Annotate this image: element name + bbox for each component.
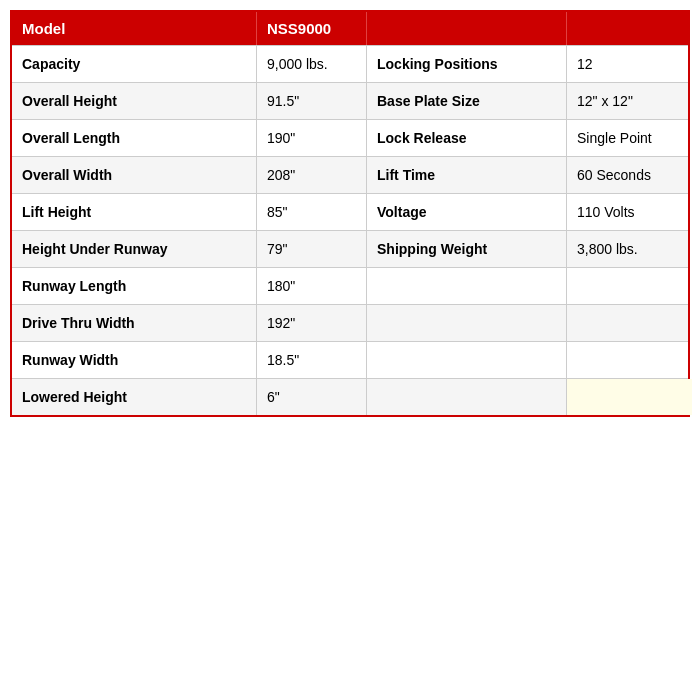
spec-value-right: 12" x 12" bbox=[567, 83, 692, 119]
table-row: Drive Thru Width192" bbox=[12, 304, 688, 341]
header-col1: Model bbox=[12, 12, 257, 45]
spec-label-left: Capacity bbox=[12, 46, 257, 82]
table-row: Runway Length180" bbox=[12, 267, 688, 304]
spec-label-left: Lift Height bbox=[12, 194, 257, 230]
spec-label-left: Overall Length bbox=[12, 120, 257, 156]
spec-value-right: 60 Seconds bbox=[567, 157, 692, 193]
spec-label-right: Shipping Weight bbox=[367, 231, 567, 267]
spec-label-left: Runway Width bbox=[12, 342, 257, 378]
spec-label-left: Runway Length bbox=[12, 268, 257, 304]
spec-label-right bbox=[367, 342, 567, 378]
spec-table: Model NSS9000 Capacity9,000 lbs.Locking … bbox=[10, 10, 690, 417]
table-row: Height Under Runway79"Shipping Weight3,8… bbox=[12, 230, 688, 267]
table-row: Runway Width18.5" bbox=[12, 341, 688, 378]
table-row: Capacity9,000 lbs.Locking Positions12 bbox=[12, 45, 688, 82]
spec-value-left: 18.5" bbox=[257, 342, 367, 378]
header-col3 bbox=[367, 12, 567, 45]
spec-label-right bbox=[367, 379, 567, 415]
spec-label-left: Overall Height bbox=[12, 83, 257, 119]
spec-value-right: 12 bbox=[567, 46, 692, 82]
spec-value-left: 190" bbox=[257, 120, 367, 156]
header-col4 bbox=[567, 12, 692, 45]
spec-label-right: Locking Positions bbox=[367, 46, 567, 82]
spec-label-left: Height Under Runway bbox=[12, 231, 257, 267]
spec-value-right bbox=[567, 268, 692, 304]
table-body: Capacity9,000 lbs.Locking Positions12Ove… bbox=[12, 45, 688, 415]
spec-value-left: 9,000 lbs. bbox=[257, 46, 367, 82]
spec-value-right bbox=[567, 342, 692, 378]
table-header: Model NSS9000 bbox=[12, 12, 688, 45]
spec-value-right: 110 Volts bbox=[567, 194, 692, 230]
spec-value-left: 91.5" bbox=[257, 83, 367, 119]
spec-value-left: 192" bbox=[257, 305, 367, 341]
header-col2: NSS9000 bbox=[257, 12, 367, 45]
spec-label-right: Base Plate Size bbox=[367, 83, 567, 119]
table-row: Lift Height85"Voltage110 Volts bbox=[12, 193, 688, 230]
table-row: Lowered Height6" bbox=[12, 378, 688, 415]
spec-label-right: Lift Time bbox=[367, 157, 567, 193]
spec-value-left: 208" bbox=[257, 157, 367, 193]
spec-value-left: 6" bbox=[257, 379, 367, 415]
spec-value-left: 180" bbox=[257, 268, 367, 304]
spec-label-right: Lock Release bbox=[367, 120, 567, 156]
spec-value-right: 3,800 lbs. bbox=[567, 231, 692, 267]
table-row: Overall Length190"Lock ReleaseSingle Poi… bbox=[12, 119, 688, 156]
table-row: Overall Width208"Lift Time60 Seconds bbox=[12, 156, 688, 193]
spec-label-right bbox=[367, 268, 567, 304]
spec-label-left: Overall Width bbox=[12, 157, 257, 193]
spec-value-right: Single Point bbox=[567, 120, 692, 156]
spec-value-right bbox=[567, 379, 692, 415]
spec-label-left: Lowered Height bbox=[12, 379, 257, 415]
spec-label-right: Voltage bbox=[367, 194, 567, 230]
spec-label-right bbox=[367, 305, 567, 341]
table-row: Overall Height91.5"Base Plate Size12" x … bbox=[12, 82, 688, 119]
spec-value-right bbox=[567, 305, 692, 341]
spec-value-left: 79" bbox=[257, 231, 367, 267]
spec-label-left: Drive Thru Width bbox=[12, 305, 257, 341]
spec-value-left: 85" bbox=[257, 194, 367, 230]
